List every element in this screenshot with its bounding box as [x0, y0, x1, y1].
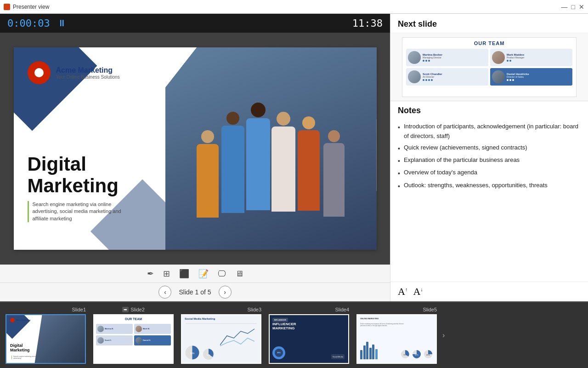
- team-info-3: Scott Chandler Art Director: [423, 73, 486, 81]
- grid-tool-icon[interactable]: ⊞: [163, 269, 170, 279]
- bullet-5: •: [398, 181, 400, 191]
- thumb-slide-5[interactable]: ONLINE MARKETING Online marketing encomp…: [356, 314, 437, 364]
- diamond-top-left: [14, 47, 97, 131]
- thumb-label-1: Slide1: [72, 307, 86, 312]
- slide-heading: DigitalMarketing: [28, 154, 129, 196]
- team-role-3: Art Director: [423, 75, 486, 78]
- team-grid: Martina Becker Managing Director Mark Ma…: [402, 49, 576, 87]
- svg-text:13%: 13%: [207, 354, 210, 356]
- prev-slide-button[interactable]: ‹: [158, 286, 171, 299]
- slide-text: DigitalMarketing Search engine marketing…: [28, 154, 129, 222]
- notes-text-5: Outlook: strengths, weaknesses, opportun…: [404, 181, 548, 190]
- logo-company-name: Acme Marketing: [56, 66, 120, 75]
- team-avatar-3: [408, 70, 421, 83]
- font-controls: A↑ A↓: [390, 282, 588, 301]
- screen-tool-icon[interactable]: 🖵: [218, 269, 226, 279]
- team-dots-3: [423, 79, 486, 81]
- thumb-label-4: Slide4: [335, 307, 349, 312]
- team-avatar-1: [408, 51, 421, 64]
- team-avatar-4: [492, 70, 505, 83]
- slide-logo: Acme Marketing Your Online Business Solu…: [28, 61, 120, 84]
- strip-scroll-right[interactable]: ›: [441, 329, 447, 341]
- display-tool-icon[interactable]: 🖥: [235, 269, 243, 279]
- notes-content: • Introduction of participants, acknowle…: [390, 118, 588, 282]
- team-card-1: Martina Becker Managing Director: [406, 49, 488, 66]
- pen-tool-icon[interactable]: ✒: [147, 269, 154, 279]
- thumb-content-2: OUR TEAM Martina B. Mark M. Scott C.: [94, 315, 173, 363]
- team-info-2: Mark Maddox Product Manager: [507, 53, 571, 62]
- thumb-slide-1[interactable]: Acme Marketing DigitalMarketing Search e…: [6, 314, 86, 364]
- slide-counter: Slide 1 of 5: [179, 288, 211, 296]
- bullet-2: •: [398, 144, 400, 154]
- svg-text:25%: 25%: [426, 354, 430, 356]
- main-area: 0:00:03 ⏸ 11:38: [0, 14, 588, 301]
- app-title: Presenter view: [13, 4, 49, 10]
- thumb-content-1: Acme Marketing DigitalMarketing Search e…: [6, 315, 85, 363]
- font-decrease-button[interactable]: A↓: [413, 286, 423, 298]
- notes-text-4: Overview of today's agenda: [404, 168, 477, 178]
- notes-text-1: Introduction of participants, acknowledg…: [404, 122, 581, 141]
- svg-text:59%: 59%: [190, 352, 195, 355]
- svg-text:75%: 75%: [403, 354, 407, 356]
- window-controls[interactable]: — □ ✕: [561, 3, 584, 11]
- team-info-1: Martina Becker Managing Director: [423, 53, 486, 62]
- nav-bar: ‹ Slide 1 of 5 ›: [0, 282, 390, 301]
- notes-item-4: • Overview of today's agenda: [398, 168, 581, 178]
- team-info-4: Daniel Hendricks Director of Sales: [507, 73, 571, 81]
- next-slide-preview: OUR TEAM Martina Becker Managing Directo…: [390, 33, 588, 101]
- app-icon: [4, 4, 10, 10]
- notes-item-3: • Explanation of the particular business…: [398, 155, 581, 166]
- bullet-1: •: [398, 122, 400, 132]
- thumb-label-3: Slide3: [247, 307, 261, 312]
- svg-text:50%: 50%: [415, 354, 418, 356]
- team-dots-1: [423, 60, 486, 62]
- timer-bar: 0:00:03 ⏸ 11:38: [0, 14, 390, 33]
- team-slide-preview: OUR TEAM Martina Becker Managing Directo…: [402, 37, 577, 97]
- notes-text-2: Quick review (achievements, signed contr…: [404, 143, 527, 153]
- clock-display: 11:38: [352, 17, 383, 29]
- notes-item-5: • Outlook: strengths, weaknesses, opport…: [398, 181, 581, 191]
- next-slide-button[interactable]: ›: [219, 286, 232, 299]
- minimize-button[interactable]: —: [561, 3, 568, 11]
- close-button[interactable]: ✕: [579, 3, 584, 11]
- thumb-slide-4[interactable]: INFLUENCER INFLUENCERMARKETING 38% Socia…: [269, 314, 349, 364]
- right-panel: Next slide OUR TEAM Martina Becker Manag…: [390, 14, 588, 301]
- team-role-4: Director of Sales: [507, 75, 571, 78]
- team-dots-4: [507, 79, 571, 81]
- notes-item-1: • Introduction of participants, acknowle…: [398, 122, 581, 141]
- thumb-item-2[interactable]: ➡ Slide2 OUR TEAM Martina B. Mark M.: [90, 305, 177, 366]
- title-bar-left: Presenter view: [4, 4, 49, 10]
- thumb-slide-2[interactable]: OUR TEAM Martina B. Mark M. Scott C.: [93, 314, 174, 364]
- team-avatar-2: [492, 51, 505, 64]
- bullet-4: •: [398, 168, 400, 178]
- elapsed-timer: 0:00:03: [7, 17, 50, 29]
- notes-item-2: • Quick review (achievements, signed con…: [398, 143, 581, 154]
- notes-header: Notes: [390, 101, 588, 118]
- team-role-2: Product Manager: [507, 56, 571, 59]
- bullet-3: •: [398, 156, 400, 166]
- thumb-item-4[interactable]: Slide4 INFLUENCER INFLUENCERMARKETING 38…: [265, 305, 353, 366]
- logo-tagline: Your Online Business Solutions: [56, 75, 120, 80]
- title-bar: Presenter view — □ ✕: [0, 0, 588, 14]
- thumb-item-1[interactable]: Slide1 Acme Marketing DigitalMarketing S…: [2, 305, 90, 366]
- logo-icon: [28, 61, 51, 84]
- notes-tool-icon[interactable]: 📝: [198, 269, 209, 279]
- font-increase-button[interactable]: A↑: [398, 286, 407, 298]
- current-slide: Acme Marketing Your Online Business Solu…: [14, 47, 377, 250]
- thumb-item-3[interactable]: Slide3 Social Media Marketing: [177, 305, 265, 366]
- slide-container: Acme Marketing Your Online Business Solu…: [0, 33, 390, 264]
- team-card-4: Daniel Hendricks Director of Sales: [490, 68, 572, 86]
- thumb-slide-3[interactable]: Social Media Marketing 59%: [181, 314, 261, 364]
- zoom-tool-icon[interactable]: ⬛: [179, 269, 189, 279]
- slide-toolbar: ✒ ⊞ ⬛ 📝 🖵 🖥: [0, 264, 390, 282]
- thumb-item-5[interactable]: Slide5 ONLINE MARKETING Online marketing…: [353, 305, 441, 366]
- thumbnail-strip: Slide1 Acme Marketing DigitalMarketing S…: [0, 301, 588, 368]
- team-card-2: Mark Maddox Product Manager: [490, 49, 572, 66]
- logo-text: Acme Marketing Your Online Business Solu…: [56, 66, 120, 80]
- team-dots-2: [507, 60, 571, 62]
- team-card-3: Scott Chandler Art Director: [406, 68, 488, 86]
- maximize-button[interactable]: □: [571, 3, 575, 11]
- pause-button[interactable]: ⏸: [57, 18, 67, 29]
- left-panel: 0:00:03 ⏸ 11:38: [0, 14, 390, 301]
- team-role-1: Managing Director: [423, 56, 486, 59]
